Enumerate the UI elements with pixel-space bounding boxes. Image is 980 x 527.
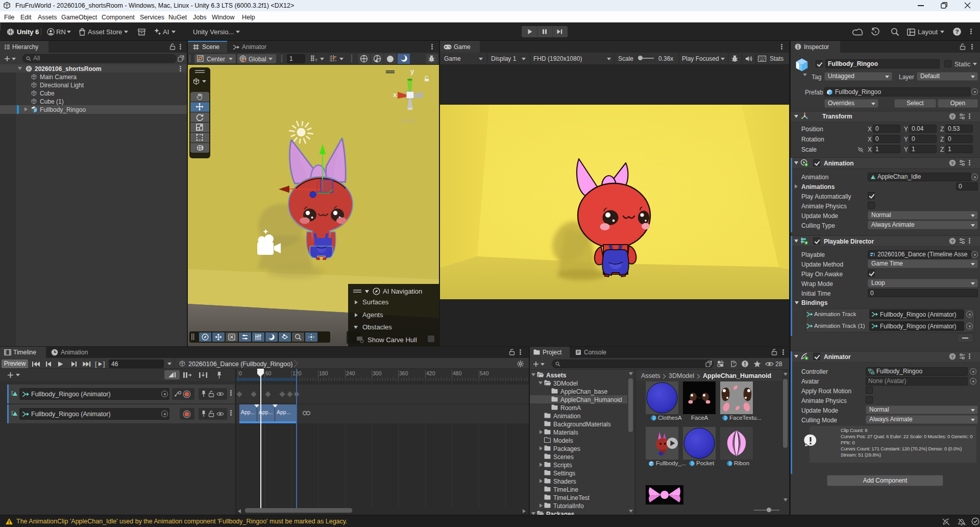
svg-text:?: ? <box>951 238 954 244</box>
svg-text:Y: Y <box>315 58 317 62</box>
svg-text:?: ? <box>951 160 954 166</box>
svg-text:x: x <box>393 91 397 99</box>
svg-text:?: ? <box>951 114 954 119</box>
svg-text:y: y <box>410 67 414 75</box>
svg-text:?: ? <box>951 354 954 360</box>
svg-text:?: ? <box>955 29 959 35</box>
